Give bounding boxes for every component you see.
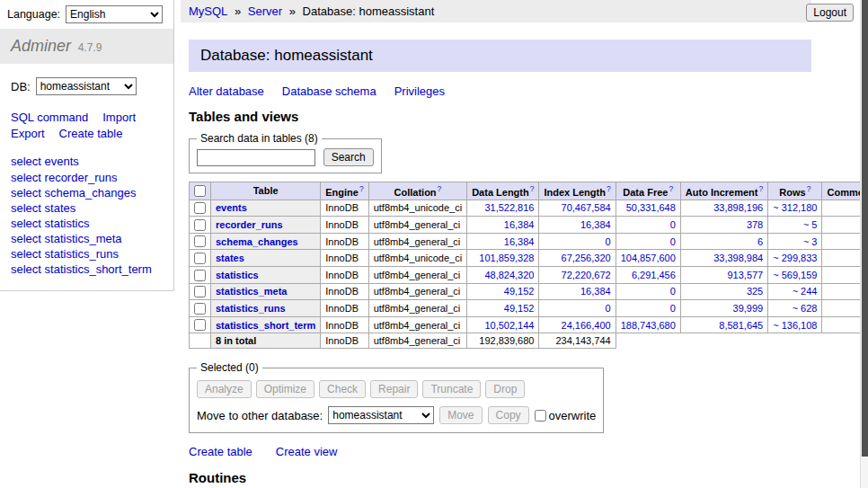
table-select-link-select-states[interactable]: select states [11, 201, 75, 215]
table-link-statistics-meta[interactable]: statistics_meta [216, 286, 288, 297]
index-length-cell-link[interactable]: 67,256,320 [562, 253, 611, 263]
auto-increment-cell-link[interactable]: 913,577 [727, 270, 763, 280]
sidebar-link-sql-command[interactable]: SQL command [11, 110, 88, 126]
rows-cell-link[interactable]: ~ 5 [803, 219, 818, 230]
table-select-link-select-schema-changes[interactable]: select schema_changes [11, 186, 136, 200]
bulk-truncate-button[interactable]: Truncate [422, 380, 481, 398]
auto-increment-cell-link[interactable]: 378 [747, 219, 763, 230]
auto-increment-cell-link[interactable]: 6 [757, 236, 763, 247]
db-action-privileges[interactable]: Privileges [394, 84, 445, 98]
sidebar-link-create-table[interactable]: Create table [59, 126, 123, 142]
row-checkbox[interactable] [194, 253, 206, 264]
help-icon[interactable]: ? [669, 184, 673, 193]
table-link-recorder-runs[interactable]: recorder_runs [216, 219, 283, 230]
table-select-link-select-statistics-meta[interactable]: select statistics_meta [11, 232, 122, 245]
data-free-cell-link[interactable]: 0 [670, 286, 676, 297]
row-checkbox[interactable] [194, 270, 206, 281]
logout-button[interactable]: Logout [806, 4, 854, 22]
rows-cell-link[interactable]: ~ 312,180 [773, 202, 817, 213]
help-icon[interactable]: ? [607, 184, 611, 193]
rows-cell-link[interactable]: ~ 628 [793, 303, 818, 314]
sidebar-link-import[interactable]: Import [102, 110, 136, 126]
data-free-cell-link[interactable]: 6,291,456 [632, 270, 676, 280]
help-icon[interactable]: ? [438, 184, 442, 193]
row-checkbox[interactable] [194, 303, 206, 315]
table-link-states[interactable]: states [216, 253, 244, 263]
auto-increment-cell-link[interactable]: 325 [747, 286, 763, 297]
rows-cell-link[interactable]: ~ 244 [793, 286, 818, 297]
row-checkbox[interactable] [194, 219, 206, 231]
rows-cell-link[interactable]: ~ 569,159 [773, 270, 817, 280]
bulk-check-button[interactable]: Check [319, 380, 366, 398]
data-free-cell-link[interactable]: 0 [670, 219, 676, 230]
search-input[interactable] [197, 149, 315, 166]
create-link-create-table[interactable]: Create table [189, 445, 252, 458]
bulk-analyze-button[interactable]: Analyze [197, 380, 252, 398]
table-link-statistics[interactable]: statistics [216, 270, 259, 280]
auto-increment-cell-link[interactable]: 8,581,645 [719, 320, 763, 331]
data-length-cell-link[interactable]: 101,859,328 [479, 253, 534, 263]
help-icon[interactable]: ? [530, 184, 535, 193]
index-length-cell-link[interactable]: 72,220,672 [562, 270, 611, 280]
row-checkbox[interactable] [194, 286, 206, 297]
row-checkbox[interactable] [194, 235, 206, 247]
rows-cell-link[interactable]: ~ 136,108 [773, 320, 817, 331]
bulk-drop-button[interactable]: Drop [485, 380, 525, 398]
breadcrumb-item-mysql[interactable]: MySQL [189, 4, 227, 18]
data-length-cell-link[interactable]: 16,384 [504, 219, 535, 230]
table-select-link-select-statistics-runs[interactable]: select statistics_runs [11, 247, 119, 261]
overwrite-checkbox[interactable] [535, 410, 546, 421]
data-free-cell-link[interactable]: 0 [670, 303, 676, 314]
db-action-database-schema[interactable]: Database schema [282, 84, 376, 98]
data-length-cell-link[interactable]: 49,152 [504, 286, 535, 297]
rows-cell-link[interactable]: ~ 3 [803, 236, 818, 247]
breadcrumb-item-server[interactable]: Server [248, 4, 282, 18]
auto-increment-cell-link[interactable]: 33,898,196 [713, 202, 763, 213]
table-link-statistics-short-term[interactable]: statistics_short_term [216, 320, 315, 331]
move-button[interactable]: Move [439, 406, 482, 424]
help-icon[interactable]: ? [807, 184, 811, 193]
data-free-cell-link[interactable]: 0 [670, 236, 676, 247]
table-select-link-select-recorder-runs[interactable]: select recorder_runs [11, 171, 118, 184]
index-length-cell-link[interactable]: 24,166,400 [562, 320, 611, 331]
data-free-cell-link[interactable]: 50,331,648 [626, 202, 676, 213]
table-link-schema-changes[interactable]: schema_changes [216, 236, 298, 247]
move-db-select[interactable]: homeassistant [328, 406, 434, 424]
table-link-events[interactable]: events [216, 202, 247, 213]
table-link-statistics-runs[interactable]: statistics_runs [216, 303, 286, 314]
auto-increment-cell-link[interactable]: 39,999 [733, 303, 764, 314]
row-checkbox[interactable] [194, 202, 206, 214]
db-select[interactable]: homeassistant [36, 77, 137, 95]
copy-button[interactable]: Copy [488, 406, 529, 424]
data-free-cell-link[interactable]: 104,857,600 [621, 253, 676, 263]
data-length-cell-link[interactable]: 16,384 [504, 236, 535, 247]
language-select[interactable]: English [66, 5, 163, 23]
table-select-link-select-statistics-short-term[interactable]: select statistics_short_term [11, 262, 152, 276]
db-action-alter-database[interactable]: Alter database [189, 84, 264, 98]
index-length-cell-link[interactable]: 0 [606, 303, 611, 314]
bulk-repair-button[interactable]: Repair [370, 380, 418, 398]
index-length-cell-link[interactable]: 0 [606, 236, 611, 247]
select-all-checkbox[interactable] [194, 185, 206, 197]
rows-cell-link[interactable]: ~ 299,833 [773, 253, 817, 263]
vertical-scrollbar[interactable] [860, 0, 868, 488]
data-length-cell-link[interactable]: 10,502,144 [484, 320, 534, 331]
scrollbar-thumb[interactable] [862, 0, 868, 457]
table-select-link-select-statistics[interactable]: select statistics [11, 217, 89, 230]
index-length-cell-link[interactable]: 16,384 [580, 286, 611, 297]
sidebar-link-export[interactable]: Export [11, 126, 45, 142]
create-link-create-view[interactable]: Create view [276, 445, 338, 458]
row-checkbox[interactable] [194, 319, 206, 331]
help-icon[interactable]: ? [359, 184, 364, 193]
index-length-cell-link[interactable]: 16,384 [580, 219, 611, 230]
help-icon[interactable]: ? [759, 184, 764, 193]
data-length-cell-link[interactable]: 48,824,320 [484, 270, 534, 280]
table-select-link-select-events[interactable]: select events [11, 155, 79, 168]
data-length-cell-link[interactable]: 31,522,816 [484, 202, 534, 213]
data-length-cell-link[interactable]: 49,152 [504, 303, 535, 314]
auto-increment-cell-link[interactable]: 33,398,984 [713, 253, 763, 263]
index-length-cell-link[interactable]: 70,467,584 [562, 202, 611, 213]
search-button[interactable]: Search [323, 148, 374, 166]
bulk-optimize-button[interactable]: Optimize [256, 380, 314, 398]
data-free-cell-link[interactable]: 188,743,680 [621, 320, 676, 331]
